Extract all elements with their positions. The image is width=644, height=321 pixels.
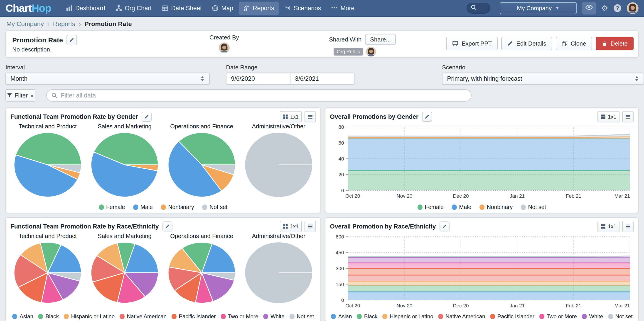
area-chart-wrap: 020406080Oct 20Nov 20Dec 20Jan 21Feb 21M… (326, 122, 638, 205)
legend-item-female[interactable]: Female (99, 204, 125, 210)
legend-item-not-set[interactable]: Not set (608, 313, 633, 320)
legend-label: Male (140, 204, 153, 210)
pie-administrative-other-gender[interactable] (242, 130, 315, 198)
legend-item-female[interactable]: Female (418, 204, 444, 210)
pie-title: Operations and Finance (164, 233, 240, 240)
legend-item-male[interactable]: Male (133, 204, 153, 210)
area-chart-gender[interactable]: 020406080Oct 20Nov 20Dec 20Jan 21Feb 21M… (330, 123, 633, 203)
legend-item-native-american[interactable]: Native American (438, 313, 485, 320)
legend-label: Not set (528, 204, 546, 210)
legend-item-hispanic-or-latino[interactable]: Hispanic or Latino (382, 313, 433, 320)
pie-column: Technical and Product (10, 232, 86, 306)
legend-item-black[interactable]: Black (357, 313, 377, 320)
card-menu-button[interactable] (622, 111, 634, 122)
pencil-icon (507, 40, 513, 46)
legend-item-two-or-more[interactable]: Two or More (540, 313, 577, 320)
breadcrumb-current: Promotion Rate (84, 20, 132, 28)
company-selector[interactable]: My Company ▼ (500, 2, 577, 14)
legend-label: Not set (210, 204, 227, 210)
card-size-button[interactable]: 1x1 (280, 111, 302, 122)
nav-item-dashboard[interactable]: Dashboard (61, 1, 110, 15)
legend-item-two-or-more[interactable]: Two or More (221, 313, 258, 320)
date-start-input[interactable] (226, 72, 290, 85)
global-search-button[interactable] (466, 3, 490, 13)
nav-item-org-chart[interactable]: Org Chart (111, 1, 156, 15)
legend-item-asian[interactable]: Asian (12, 313, 33, 320)
nav-item-reports[interactable]: Reports (239, 1, 279, 15)
app-root: ChartHop Dashboard Org Chart Data Sheet … (0, 0, 644, 321)
nav-item-more[interactable]: More (326, 1, 359, 15)
legend-item-asian[interactable]: Asian (331, 313, 352, 320)
breadcrumb-reports[interactable]: Reports (53, 20, 75, 28)
breadcrumb-my-company[interactable]: My Company (6, 20, 44, 28)
filter-all-data-input[interactable] (61, 92, 466, 99)
report-actions: Export PPT Edit Details Clone Delete (446, 37, 634, 50)
legend-item-white[interactable]: White (582, 313, 603, 320)
legend-label: Not set (616, 313, 633, 320)
pie-column: Administrative/Other (240, 122, 317, 200)
share-button[interactable]: Share... (365, 34, 396, 45)
chart-legend: AsianBlackHispanic or LatinoNative Ameri… (6, 313, 320, 320)
creator-avatar[interactable] (219, 42, 230, 53)
legend-item-not-set[interactable]: Not set (202, 204, 227, 210)
edit-chart-button[interactable] (440, 222, 450, 232)
pie-technical-product-gender[interactable] (11, 130, 84, 198)
card-menu-button[interactable] (304, 221, 316, 232)
export-ppt-button[interactable]: Export PPT (446, 37, 498, 50)
pie-technical-product-race[interactable] (11, 240, 84, 304)
nav-item-map[interactable]: Map (207, 1, 238, 15)
card-size-button[interactable]: 1x1 (598, 111, 620, 122)
edit-chart-button[interactable] (162, 222, 172, 232)
edit-details-button[interactable]: Edit Details (501, 37, 552, 50)
legend-item-native-american[interactable]: Native American (120, 313, 166, 320)
charthop-logo[interactable]: ChartHop (6, 2, 51, 14)
legend-item-pacific-islander[interactable]: Pacific Islander (490, 313, 534, 320)
settings-gear-icon[interactable]: ⚙ (601, 4, 608, 12)
legend-item-nonbinary[interactable]: Nonbinary (161, 204, 194, 210)
filter-button[interactable]: Filter ▼ (6, 89, 36, 102)
legend-dot (452, 205, 457, 210)
nav-item-scenarios[interactable]: Scenarios (280, 1, 326, 15)
edit-title-button[interactable] (66, 35, 77, 45)
pie-sales-marketing-gender[interactable] (88, 130, 161, 198)
pie-sales-marketing-race[interactable] (88, 240, 161, 304)
scenario-select[interactable]: Primary, with hiring forecast (442, 72, 644, 85)
pie-administrative-other-race[interactable] (242, 240, 315, 304)
legend-dot (12, 314, 17, 319)
legend-item-not-set[interactable]: Not set (290, 313, 314, 320)
shared-user-avatar[interactable] (366, 47, 376, 57)
date-end-input[interactable] (290, 72, 354, 85)
pie-operations-finance-gender[interactable] (166, 130, 238, 198)
view-mode-button[interactable] (582, 2, 596, 14)
pie-operations-finance-race[interactable] (166, 240, 238, 304)
legend-item-white[interactable]: White (263, 313, 284, 320)
delete-button[interactable]: Delete (596, 37, 634, 50)
card-size-button[interactable]: 1x1 (598, 221, 620, 232)
grid-icon (283, 224, 288, 229)
primary-nav: Dashboard Org Chart Data Sheet Map Repor… (61, 1, 359, 15)
funnel-icon (7, 93, 12, 98)
legend-item-nonbinary[interactable]: Nonbinary (480, 204, 512, 210)
legend-label: Pacific Islander (498, 313, 534, 320)
svg-text:Mar 21: Mar 21 (614, 193, 630, 199)
legend-item-black[interactable]: Black (38, 313, 59, 320)
nav-item-data-sheet[interactable]: Data Sheet (157, 1, 206, 15)
card-menu-button[interactable] (304, 111, 316, 122)
legend-item-not-set[interactable]: Not set (521, 204, 546, 210)
legend-label: Nonbinary (487, 204, 512, 210)
edit-chart-button[interactable] (142, 112, 152, 122)
card-menu-button[interactable] (622, 221, 634, 232)
card-size-button[interactable]: 1x1 (280, 221, 302, 232)
user-avatar[interactable] (627, 2, 638, 14)
legend-dot (290, 314, 294, 319)
clone-button[interactable]: Clone (556, 37, 592, 50)
legend-item-hispanic-or-latino[interactable]: Hispanic or Latino (64, 313, 114, 320)
hamburger-icon (307, 114, 313, 120)
legend-item-pacific-islander[interactable]: Pacific Islander (172, 313, 216, 320)
legend-item-male[interactable]: Male (452, 204, 471, 210)
pie-title: Administrative/Other (240, 233, 317, 240)
area-chart-race[interactable]: 0150300450600Oct 20Nov 20Dec 20Jan 21Feb… (330, 233, 633, 313)
interval-select[interactable]: Month (6, 72, 210, 85)
edit-chart-button[interactable] (422, 112, 432, 122)
help-icon[interactable]: ? (614, 4, 621, 12)
